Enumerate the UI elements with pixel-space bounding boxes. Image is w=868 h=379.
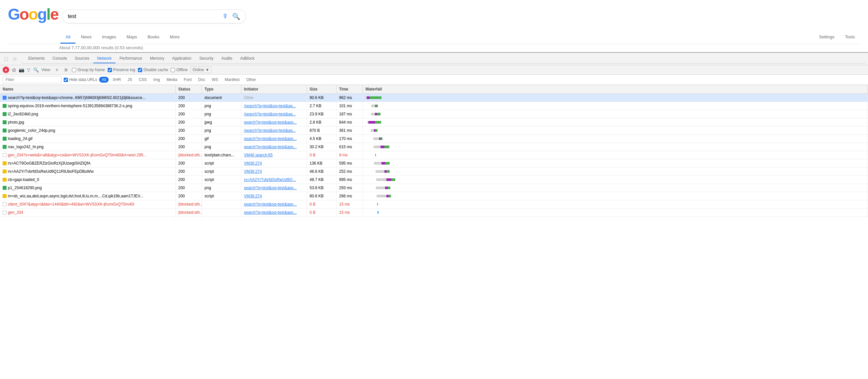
inspect-icon[interactable]: ⬚ [3,56,10,63]
tab-elements[interactable]: Elements [24,54,49,63]
initiator-link[interactable]: search?q=test&oq=test&aqs... [244,185,297,190]
microphone-icon[interactable]: 🎙 [222,13,228,20]
offline-label[interactable]: Offline [171,68,187,72]
search-box: 🎙 🔍 [62,9,246,23]
preserve-log-checkbox[interactable] [108,68,112,72]
header-size[interactable]: Size [307,85,337,94]
device-icon[interactable]: □ [11,56,19,63]
initiator-link[interactable]: search?q=test&oq=test&aqs... [244,210,297,215]
camera-button[interactable]: 📷 [19,67,24,72]
filter-all[interactable]: All [99,77,108,82]
search-icon[interactable]: 🔍 [232,12,240,20]
filter-input[interactable] [3,76,62,83]
tab-memory[interactable]: Memory [146,54,168,63]
header-status[interactable]: Status [176,85,202,94]
initiator-link[interactable]: VM36:274 [244,169,262,174]
tab-news[interactable]: News [75,31,97,44]
clear-button[interactable]: ⊘ [12,67,16,73]
header-initiator[interactable]: Initiator [241,85,307,94]
tab-settings[interactable]: Settings [814,31,840,44]
group-by-frame-label[interactable]: Group by frame [72,68,105,72]
disable-cache-checkbox[interactable] [138,68,142,72]
request-name: p1_254618290.png [8,185,42,190]
hide-data-urls-checkbox[interactable] [64,78,68,82]
table-row[interactable]: m=sb_wiz,aa,abd,aspn,async,bgd,dvl,foot,… [0,192,868,200]
filter-img[interactable]: Img [151,77,162,82]
initiator-link[interactable]: search?q=test&oq=test&aqs... [244,120,297,125]
hide-data-urls-label[interactable]: Hide data URLs [64,77,97,82]
table-row[interactable]: spring-equinox-2019-northern-hemisphere-… [0,102,868,110]
search-input[interactable] [68,13,222,19]
filter-other[interactable]: Other [244,77,259,82]
tab-audits[interactable]: Audits [217,54,236,63]
offline-checkbox[interactable] [171,68,175,72]
tab-more[interactable]: More [165,31,185,44]
table-row[interactable]: i2_2ec824b0.png 200 png /search?q=test&o… [0,110,868,118]
filter-font[interactable]: Font [181,77,194,82]
name-cell: search?q=test&oq=test&aqs=chrome..69i57j… [0,94,176,102]
tab-security[interactable]: Security [195,54,217,63]
tab-tools[interactable]: Tools [840,31,860,44]
table-row[interactable]: search?q=ap=0&client=psy-ab&ysei=t&gs_ri… [0,217,868,218]
table-row[interactable]: rs=AA2YrTvbrfdSsRwUd9Q11RtUboFEpDBuWw 20… [0,168,868,176]
header-time[interactable]: Time [337,85,363,94]
table-row[interactable]: cb=gapi.loaded_0 200 script rs=AA2YrTvbr… [0,176,868,184]
grouped-view-icon[interactable]: ⊞ [63,67,69,73]
table-row[interactable]: photo.jpg 200 jpeg search?q=test&oq=test… [0,118,868,127]
filter-manifest[interactable]: Manifest [222,77,242,82]
status-cell: 200 [176,176,202,183]
request-name: spring-equinox-2019-northern-hemisphere-… [8,104,132,108]
google-logo: Google [8,5,58,23]
tab-maps[interactable]: Maps [121,31,143,44]
online-badge[interactable]: Online ▼ [190,67,212,73]
list-view-icon[interactable]: ≡ [54,67,60,73]
header-type[interactable]: Type [202,85,241,94]
initiator-link[interactable]: search?q=test&oq=test&aqs... [244,145,297,149]
filter-js[interactable]: JS [125,77,134,82]
preserve-log-label[interactable]: Preserve log [108,68,135,72]
tab-application[interactable]: Application [168,54,195,63]
tab-network[interactable]: Network [93,54,116,63]
tab-sources[interactable]: Sources [71,54,93,63]
tab-all[interactable]: All [60,31,75,44]
table-row[interactable]: googlemic_color_24dp.png 200 png /search… [0,127,868,135]
filter-css[interactable]: CSS [136,77,149,82]
disable-cache-label[interactable]: Disable cache [138,68,168,72]
tab-adblock[interactable]: AdBlock [236,54,259,63]
record-button[interactable]: ● [3,67,9,73]
table-row[interactable]: gen_204 (blocked:oth... search?q=test&oq… [0,208,868,217]
initiator-link[interactable]: search?q=test&oq=test&aqs... [244,136,297,141]
request-name: gen_204?s=web&t=aft&atyp=csi&ei=WVSSXK-j… [8,153,147,158]
initiator-link[interactable]: VM36:274 [244,161,262,166]
initiator-link[interactable]: rs=AA2YrTvbrfdSsRwUd9Q... [244,177,296,182]
table-row[interactable]: gen_204?s=web&t=aft&atyp=csi&ei=WVSSXK-j… [0,151,868,159]
group-by-frame-checkbox[interactable] [72,68,76,72]
initiator-link[interactable]: search?q=test&oq=test&aqs... [244,202,297,207]
initiator-link[interactable]: /search?q=test&oq=test&aq... [244,128,296,133]
tab-performance[interactable]: Performance [116,54,146,63]
filter-media[interactable]: Media [164,77,180,82]
view-label: View: [41,68,51,72]
table-row[interactable]: loading_24.gif 200 gif search?q=test&oq=… [0,135,868,143]
filter-xhr[interactable]: XHR [110,77,123,82]
tab-console[interactable]: Console [49,54,71,63]
table-row[interactable]: rs=ACT9OoGBZERZlzGioRzXj3UzwgiSHZlQfA 20… [0,159,868,168]
header-name[interactable]: Name [0,85,176,94]
filter-doc[interactable]: Doc [196,77,208,82]
table-row[interactable]: nav_logo242_hr.png 200 png search?q=test… [0,143,868,151]
table-row[interactable]: client_204?&atyp=i&biw=1440&bih=492&ei=W… [0,200,868,208]
initiator-link[interactable]: VM46 search:65 [244,153,273,158]
initiator-link[interactable]: VM36:274 [244,194,262,198]
table-row[interactable]: p1_254618290.png 200 png search?q=test&o… [0,184,868,192]
filter-button[interactable]: ▽ [27,67,31,72]
tab-books[interactable]: Books [142,31,164,44]
tab-images[interactable]: Images [97,31,121,44]
initiator-link[interactable]: /search?q=test&oq=test&aq... [244,104,296,108]
header-waterfall[interactable]: Waterfall [363,85,868,94]
initiator-cell: VM36:274 [241,192,307,200]
filter-ws[interactable]: WS [209,77,221,82]
status-cell: (blocked:oth... [176,151,202,159]
initiator-link[interactable]: /search?q=test&oq=test&aq... [244,112,296,116]
search-network-button[interactable]: 🔍 [33,67,39,72]
table-row[interactable]: search?q=test&oq=test&aqs=chrome..69i57j… [0,94,868,102]
